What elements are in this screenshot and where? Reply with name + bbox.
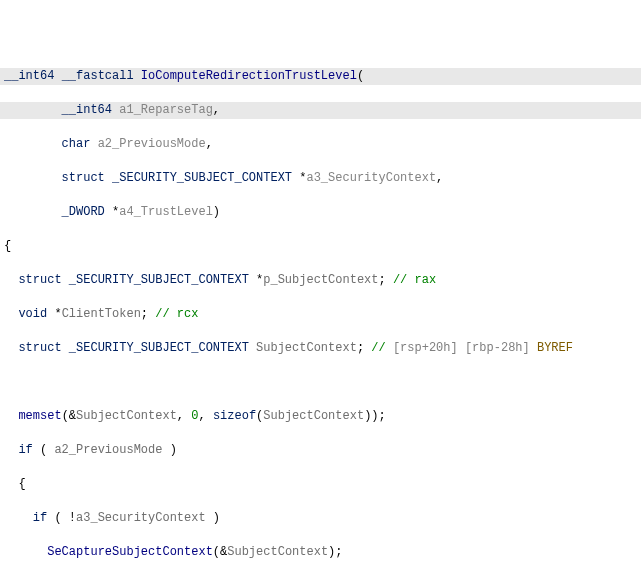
code-line: struct _SECURITY_SUBJECT_CONTEXT *p_Subj…	[0, 272, 641, 289]
code-line: void *ClientToken; // rcx	[0, 306, 641, 323]
local-var: ClientToken	[62, 307, 141, 321]
type-token: __int64	[62, 103, 112, 117]
call: SeCaptureSubjectContext	[47, 545, 213, 559]
code-line: {	[0, 238, 641, 255]
byref-token: BYREF	[530, 341, 573, 355]
frame-info: [rsp+20h] [rbp-28h]	[393, 341, 530, 355]
code-line: _DWORD *a4_TrustLevel)	[0, 204, 641, 221]
code-line: if ( a2_PreviousMode )	[0, 442, 641, 459]
struct-token: _SECURITY_SUBJECT_CONTEXT	[112, 171, 292, 185]
type-token: __int64	[4, 69, 54, 83]
code-line: struct _SECURITY_SUBJECT_CONTEXT *a3_Sec…	[0, 170, 641, 187]
var-ref: SubjectContext	[76, 409, 177, 423]
type-token: _DWORD	[62, 205, 105, 219]
code-line: char a2_PreviousMode,	[0, 136, 641, 153]
kw: if	[33, 511, 47, 525]
code-line: __int64 __fastcall IoComputeRedirectionT…	[0, 68, 641, 85]
code-line: struct _SECURITY_SUBJECT_CONTEXT Subject…	[0, 340, 641, 357]
param-name: a1_ReparseTag	[119, 103, 213, 117]
var-ref: SubjectContext	[227, 545, 328, 559]
code-line: memset(&SubjectContext, 0, sizeof(Subjec…	[0, 408, 641, 425]
local-var: p_SubjectContext	[263, 273, 378, 287]
param-name: a2_PreviousMode	[98, 137, 206, 151]
comment: // rcx	[155, 307, 198, 321]
comment: //	[371, 341, 393, 355]
code-line: {	[0, 476, 641, 493]
type-token: struct	[18, 273, 61, 287]
callconv-token: __fastcall	[62, 69, 134, 83]
type-token: void	[18, 307, 47, 321]
type-token: struct	[18, 341, 61, 355]
type-token: char	[62, 137, 91, 151]
code-line: __int64 a1_ReparseTag,	[0, 102, 641, 119]
call: memset	[18, 409, 61, 423]
var-ref: a3_SecurityContext	[76, 511, 206, 525]
func-name: IoComputeRedirectionTrustLevel	[141, 69, 357, 83]
kw: if	[18, 443, 32, 457]
comment: // rax	[393, 273, 436, 287]
code-line	[0, 374, 641, 391]
struct-token: _SECURITY_SUBJECT_CONTEXT	[69, 273, 249, 287]
param-name: a3_SecurityContext	[306, 171, 436, 185]
code-line: if ( !a3_SecurityContext )	[0, 510, 641, 527]
type-token: struct	[62, 171, 105, 185]
kw: sizeof	[213, 409, 256, 423]
param-name: a4_TrustLevel	[119, 205, 213, 219]
var-ref: SubjectContext	[263, 409, 364, 423]
var-ref: a2_PreviousMode	[54, 443, 162, 457]
local-var: SubjectContext	[256, 341, 357, 355]
struct-token: _SECURITY_SUBJECT_CONTEXT	[69, 341, 249, 355]
code-line: SeCaptureSubjectContext(&SubjectContext)…	[0, 544, 641, 561]
